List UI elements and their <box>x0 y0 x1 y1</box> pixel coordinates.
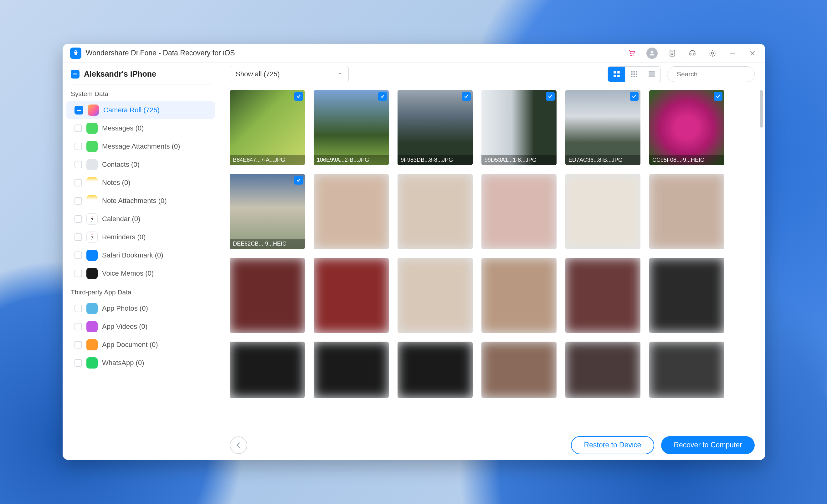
thumbnail[interactable] <box>397 174 473 249</box>
thumbnail[interactable] <box>313 174 389 249</box>
checkbox[interactable] <box>75 359 82 367</box>
thumbnail[interactable]: B84E847...7-A...JPG <box>230 90 305 165</box>
thumbnail[interactable]: 9F983DB...8-8...JPG <box>397 90 473 165</box>
thumbnail-image <box>481 258 556 333</box>
thumbnail-image <box>649 90 724 165</box>
sidebar-item[interactable]: •7Reminders (0) <box>66 229 215 246</box>
checkbox[interactable] <box>75 305 82 312</box>
thumbnail[interactable] <box>397 258 473 333</box>
thumbnail[interactable] <box>397 342 473 398</box>
check-icon[interactable] <box>714 92 723 101</box>
search-input[interactable] <box>677 70 759 78</box>
recover-to-computer-button[interactable]: Recover to Computer <box>661 436 755 454</box>
svg-rect-9 <box>631 71 632 72</box>
sidebar-item[interactable]: Camera Roll (725) <box>66 101 215 119</box>
category-icon <box>86 122 98 134</box>
sidebar-item[interactable]: •7Calendar (0) <box>66 210 215 228</box>
svg-rect-15 <box>631 76 632 77</box>
collapse-toggle-icon[interactable] <box>71 70 80 79</box>
sidebar-item[interactable]: App Photos (0) <box>66 300 215 317</box>
thumbnail[interactable] <box>649 258 724 333</box>
close-button[interactable] <box>747 48 758 58</box>
thumbnail[interactable]: DEE62CB...-9...HEIC <box>230 174 305 249</box>
thumbnail[interactable] <box>313 258 389 333</box>
account-icon[interactable] <box>646 48 658 59</box>
thumbnail-image <box>397 174 473 249</box>
notes-icon[interactable] <box>667 48 678 58</box>
checkbox[interactable] <box>75 215 82 223</box>
thumbnail[interactable] <box>649 342 724 398</box>
check-icon[interactable] <box>462 92 471 101</box>
sidebar-item[interactable]: Message Attachments (0) <box>66 138 215 155</box>
checkbox[interactable] <box>75 179 82 187</box>
thumbnail-image <box>565 258 640 333</box>
check-icon[interactable] <box>294 176 303 185</box>
thumbnail[interactable] <box>481 342 556 398</box>
sidebar-item[interactable]: Note Attachments (0) <box>66 192 215 210</box>
checkbox[interactable] <box>75 161 82 168</box>
thumbnail-grid-wrap[interactable]: B84E847...7-A...JPG106E99A...2-B...JPG9F… <box>219 86 765 430</box>
filter-dropdown[interactable]: Show all (725) <box>230 66 349 82</box>
sidebar-item[interactable]: Contacts (0) <box>66 156 215 173</box>
category-icon <box>86 177 98 188</box>
check-icon[interactable] <box>546 92 555 101</box>
search-box[interactable] <box>667 66 755 82</box>
view-grid-small-button[interactable] <box>625 67 643 82</box>
thumbnail[interactable] <box>565 174 640 249</box>
check-icon[interactable] <box>294 92 303 101</box>
thumbnail[interactable]: CC95F08...-9...HEIC <box>649 90 724 165</box>
checkbox[interactable] <box>75 143 82 150</box>
svg-rect-10 <box>633 71 634 72</box>
svg-rect-11 <box>636 71 637 72</box>
thumbnail[interactable] <box>565 342 640 398</box>
scrollbar[interactable] <box>760 90 763 128</box>
sidebar-item[interactable]: WhatsApp (0) <box>66 354 215 372</box>
sidebar-item[interactable]: Safari Bookmark (0) <box>66 247 215 264</box>
check-icon[interactable] <box>378 92 387 101</box>
sidebar-item[interactable]: Voice Memos (0) <box>66 265 215 282</box>
sidebar-item-label: Messages (0) <box>102 124 144 132</box>
sidebar-item[interactable]: Notes (0) <box>66 174 215 192</box>
thumbnail[interactable]: 106E99A...2-B...JPG <box>313 90 389 165</box>
minimize-button[interactable] <box>727 48 738 58</box>
thumbnail[interactable] <box>230 342 305 398</box>
sidebar-item[interactable]: Messages (0) <box>66 119 215 137</box>
sidebar-item[interactable]: App Videos (0) <box>66 318 215 335</box>
checkbox[interactable] <box>75 252 82 259</box>
device-name: Aleksandr's iPhone <box>84 69 156 79</box>
checkbox[interactable] <box>75 270 82 277</box>
sidebar-item[interactable]: App Document (0) <box>66 336 215 354</box>
thumbnail-image <box>565 174 640 249</box>
view-grid-large-button[interactable] <box>608 67 625 82</box>
thumbnail-image <box>649 258 724 333</box>
check-icon[interactable] <box>630 92 639 101</box>
collapse-toggle-icon[interactable] <box>75 106 83 114</box>
checkbox[interactable] <box>75 323 82 331</box>
cart-icon[interactable] <box>626 48 637 58</box>
category-icon <box>86 303 98 314</box>
device-row[interactable]: Aleksandr's iPhone <box>63 62 219 84</box>
settings-icon[interactable] <box>707 48 718 58</box>
thumbnail[interactable]: ED7AC36...8-B...JPG <box>565 90 640 165</box>
sidebar-item-label: App Document (0) <box>102 341 158 349</box>
category-icon <box>88 104 99 116</box>
thumbnail[interactable] <box>481 174 556 249</box>
thumbnail[interactable] <box>649 174 724 249</box>
checkbox[interactable] <box>75 197 82 205</box>
thumbnail[interactable]: 99D53A1...1-8...JPG <box>481 90 556 165</box>
svg-rect-16 <box>633 76 634 77</box>
checkbox[interactable] <box>75 124 82 132</box>
thumbnail[interactable] <box>230 258 305 333</box>
sidebar-item-label: Note Attachments (0) <box>102 197 167 205</box>
checkbox[interactable] <box>75 341 82 349</box>
thumbnail[interactable] <box>481 258 556 333</box>
thumbnail[interactable] <box>565 258 640 333</box>
svg-rect-8 <box>617 75 620 77</box>
sidebar-item-label: Safari Bookmark (0) <box>102 251 163 259</box>
thumbnail[interactable] <box>313 342 389 398</box>
checkbox[interactable] <box>75 234 82 241</box>
support-icon[interactable] <box>687 48 698 58</box>
restore-to-device-button[interactable]: Restore to Device <box>571 436 654 454</box>
back-button[interactable] <box>230 437 247 454</box>
view-list-button[interactable] <box>643 67 661 82</box>
